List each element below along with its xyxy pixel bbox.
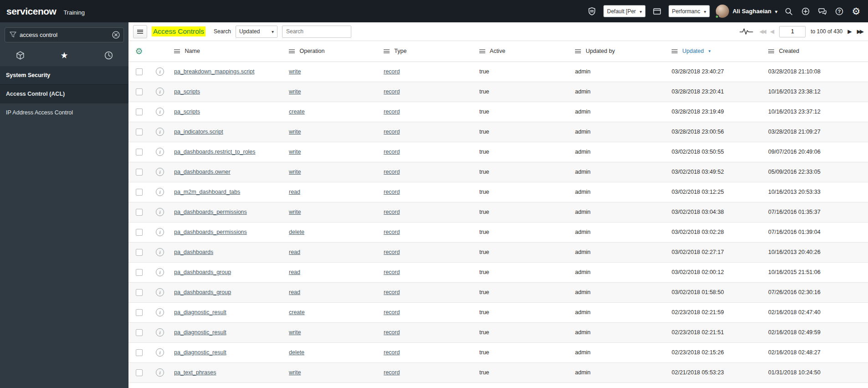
column-menu-icon[interactable] bbox=[672, 49, 678, 53]
user-menu[interactable]: Ali Saghaeian bbox=[716, 5, 777, 18]
page-number-input[interactable] bbox=[779, 26, 806, 37]
info-icon[interactable] bbox=[156, 148, 164, 156]
info-icon[interactable] bbox=[156, 228, 164, 236]
column-menu-icon[interactable] bbox=[768, 49, 774, 53]
operation-link[interactable]: read bbox=[289, 249, 300, 255]
record-name-link[interactable]: pa_diagnostic_result bbox=[174, 329, 226, 336]
row-checkbox[interactable] bbox=[136, 189, 143, 196]
operation-link[interactable]: write bbox=[289, 129, 301, 135]
type-link[interactable]: record bbox=[384, 88, 400, 95]
info-icon[interactable] bbox=[156, 108, 164, 116]
record-name-link[interactable]: pa_dashboards_permissions bbox=[174, 209, 247, 215]
column-menu-icon[interactable] bbox=[289, 49, 295, 53]
navigator-filter-input[interactable] bbox=[5, 27, 124, 42]
record-name-link[interactable]: pa_text_phrases bbox=[174, 369, 216, 376]
record-name-link[interactable]: pa_scripts bbox=[174, 88, 200, 95]
operation-link[interactable]: create bbox=[289, 109, 305, 115]
record-name-link[interactable]: pa_dashboards.restrict_to_roles bbox=[174, 149, 256, 155]
type-link[interactable]: record bbox=[384, 249, 400, 255]
info-icon[interactable] bbox=[156, 248, 164, 256]
column-header-created[interactable]: Created bbox=[765, 41, 868, 62]
info-icon[interactable] bbox=[156, 208, 164, 216]
operation-link[interactable]: write bbox=[289, 88, 301, 95]
previous-page-button[interactable] bbox=[770, 29, 774, 34]
tab-history-clock-icon[interactable] bbox=[103, 50, 114, 61]
operation-link[interactable]: write bbox=[289, 369, 301, 376]
update-set-picker[interactable]: Default [Per bbox=[603, 5, 645, 17]
nav-item-ip-address-access-control[interactable]: IP Address Access Control bbox=[0, 103, 128, 122]
operation-link[interactable]: delete bbox=[289, 349, 304, 356]
nav-item-access-control-acl[interactable]: Access Control (ACL) bbox=[0, 84, 128, 103]
type-link[interactable]: record bbox=[384, 229, 400, 235]
info-icon[interactable] bbox=[156, 288, 164, 296]
column-header-updated[interactable]: Updated bbox=[668, 41, 765, 62]
info-icon[interactable] bbox=[156, 308, 164, 316]
operation-link[interactable]: write bbox=[289, 209, 301, 215]
list-search-input[interactable] bbox=[282, 26, 351, 38]
column-header-updated-by[interactable]: Updated by bbox=[571, 41, 668, 62]
row-checkbox[interactable] bbox=[136, 169, 143, 176]
servicenow-logo[interactable]: servicenow bbox=[6, 6, 56, 17]
record-name-link[interactable]: pa_dashboards.owner bbox=[174, 169, 231, 175]
form-window-icon[interactable] bbox=[652, 6, 663, 17]
info-icon[interactable] bbox=[156, 168, 164, 176]
operation-link[interactable]: write bbox=[289, 329, 301, 336]
record-name-link[interactable]: pa_scripts bbox=[174, 109, 200, 115]
info-icon[interactable] bbox=[156, 67, 164, 76]
record-name-link[interactable]: pa_dashboards bbox=[174, 249, 213, 255]
record-name-link[interactable]: pa_m2m_dashboard_tabs bbox=[174, 189, 240, 195]
plus-circle-icon[interactable] bbox=[800, 6, 811, 17]
operation-link[interactable]: write bbox=[289, 169, 301, 175]
record-name-link[interactable]: pa_dashboards_permissions bbox=[174, 229, 247, 235]
row-checkbox[interactable] bbox=[136, 129, 143, 135]
help-icon[interactable]: ? bbox=[834, 6, 845, 17]
type-link[interactable]: record bbox=[384, 369, 400, 376]
row-checkbox[interactable] bbox=[136, 88, 143, 95]
row-checkbox[interactable] bbox=[136, 149, 143, 155]
info-icon[interactable] bbox=[156, 268, 164, 276]
nav-section-system-security[interactable]: System Security bbox=[0, 66, 128, 84]
update-set-shield-icon[interactable] bbox=[586, 6, 597, 17]
type-link[interactable]: record bbox=[384, 349, 400, 356]
row-checkbox[interactable] bbox=[136, 349, 143, 356]
application-picker[interactable]: Performanc bbox=[668, 5, 710, 17]
next-page-button[interactable] bbox=[847, 29, 852, 34]
type-link[interactable]: record bbox=[384, 109, 400, 115]
row-checkbox[interactable] bbox=[136, 329, 143, 336]
operation-link[interactable]: delete bbox=[289, 229, 304, 235]
column-menu-icon[interactable] bbox=[575, 49, 581, 53]
list-title[interactable]: Access Controls bbox=[152, 26, 205, 36]
row-checkbox[interactable] bbox=[136, 209, 143, 216]
last-page-button[interactable] bbox=[857, 29, 863, 34]
info-icon[interactable] bbox=[156, 188, 164, 196]
type-link[interactable]: record bbox=[384, 269, 400, 275]
row-checkbox[interactable] bbox=[136, 109, 143, 115]
list-context-menu-button[interactable] bbox=[133, 25, 147, 38]
row-checkbox[interactable] bbox=[136, 369, 143, 376]
row-checkbox[interactable] bbox=[136, 309, 143, 316]
type-link[interactable]: record bbox=[384, 289, 400, 295]
analytics-sparkline-icon[interactable] bbox=[740, 27, 753, 36]
column-menu-icon[interactable] bbox=[479, 49, 485, 53]
type-link[interactable]: record bbox=[384, 309, 400, 316]
row-checkbox[interactable] bbox=[136, 289, 143, 296]
info-icon[interactable] bbox=[156, 348, 164, 357]
column-header-name[interactable]: Name bbox=[170, 41, 285, 62]
type-link[interactable]: record bbox=[384, 209, 400, 215]
first-page-button[interactable] bbox=[760, 29, 765, 34]
row-checkbox[interactable] bbox=[136, 229, 143, 236]
record-name-link[interactable]: pa_indicators.script bbox=[174, 129, 223, 135]
chat-icon[interactable] bbox=[817, 6, 828, 17]
operation-link[interactable]: create bbox=[289, 309, 305, 316]
record-name-link[interactable]: pa_dashboards_group bbox=[174, 289, 231, 295]
type-link[interactable]: record bbox=[384, 68, 400, 75]
record-name-link[interactable]: pa_breakdown_mappings.script bbox=[174, 68, 255, 75]
info-icon[interactable] bbox=[156, 368, 164, 377]
operation-link[interactable]: write bbox=[289, 68, 301, 75]
clear-filter-icon[interactable] bbox=[112, 31, 120, 41]
type-link[interactable]: record bbox=[384, 169, 400, 175]
operation-link[interactable]: read bbox=[289, 289, 300, 295]
row-checkbox[interactable] bbox=[136, 68, 143, 75]
tab-all-applications[interactable] bbox=[15, 50, 26, 61]
tab-favorites-star-icon[interactable] bbox=[59, 50, 70, 61]
